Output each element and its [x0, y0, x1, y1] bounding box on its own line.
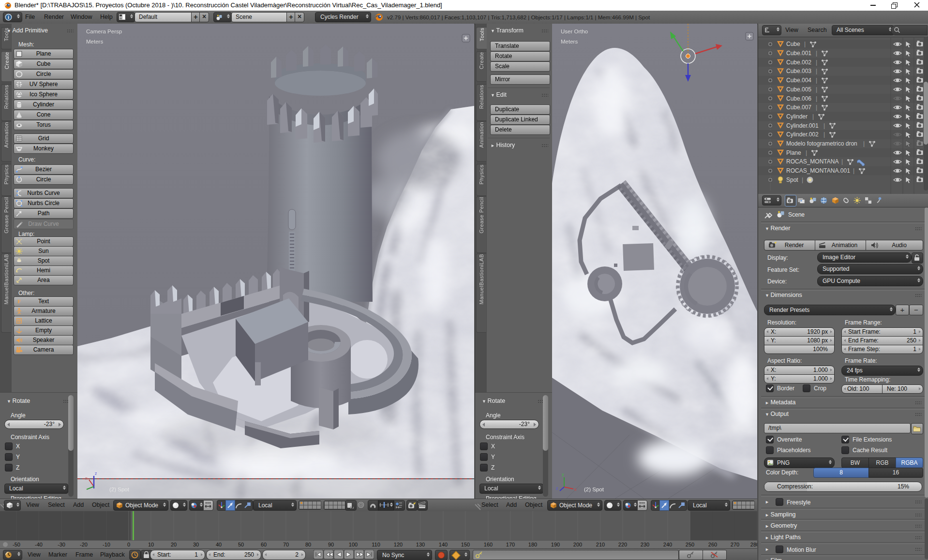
svg-text:i: i [8, 15, 9, 20]
svg-text:Cylinder: Cylinder [786, 113, 808, 120]
svg-text:20: 20 [171, 542, 177, 547]
svg-text:200: 200 [573, 542, 582, 547]
svg-text:z: z [556, 486, 558, 491]
svg-text:|: | [804, 41, 806, 47]
svg-text:260: 260 [708, 542, 717, 547]
svg-text:210: 210 [596, 542, 605, 547]
svg-text:|: | [863, 140, 865, 147]
svg-text:-40: -40 [35, 542, 43, 547]
svg-text:|: | [816, 50, 817, 57]
svg-text:x: x [574, 487, 577, 492]
svg-text:Cube.007: Cube.007 [786, 104, 811, 111]
svg-text:270: 270 [731, 542, 739, 547]
svg-text:|: | [812, 113, 814, 120]
svg-text:|: | [816, 59, 817, 66]
svg-text:(2) Spot: (2) Spot [584, 486, 604, 492]
svg-text:170: 170 [506, 542, 515, 547]
svg-text:Cube.004: Cube.004 [786, 77, 811, 84]
svg-text:-30: -30 [58, 542, 65, 547]
svg-text:Camera Persp: Camera Persp [86, 29, 122, 34]
svg-text:User Ortho: User Ortho [561, 29, 588, 34]
svg-text:ROCAS_MONTANA.001: ROCAS_MONTANA.001 [786, 167, 850, 174]
svg-text:|: | [802, 177, 803, 183]
svg-text:120: 120 [394, 542, 403, 547]
svg-text:Cube.003: Cube.003 [786, 68, 811, 74]
svg-text:70: 70 [283, 542, 289, 547]
svg-text:220: 220 [618, 542, 627, 547]
svg-text:Cylinder.002: Cylinder.002 [786, 131, 819, 138]
svg-text:140: 140 [439, 542, 448, 547]
svg-text:90: 90 [328, 542, 334, 547]
svg-text:Cube.001: Cube.001 [786, 50, 811, 57]
svg-text:250: 250 [686, 542, 694, 547]
svg-text:(2) Spot: (2) Spot [109, 486, 130, 492]
svg-text:130: 130 [416, 542, 425, 547]
svg-text:|: | [841, 158, 843, 165]
svg-text:Meters: Meters [561, 39, 578, 44]
svg-text:60: 60 [261, 542, 267, 547]
svg-text:|: | [816, 68, 817, 74]
svg-text:Cube.002: Cube.002 [786, 59, 811, 66]
svg-text:190: 190 [551, 542, 560, 547]
svg-text:|: | [816, 104, 817, 111]
svg-text:ROCAS_MONTANA: ROCAS_MONTANA [786, 158, 838, 165]
svg-text:|: | [853, 167, 854, 174]
svg-text:Spot: Spot [786, 177, 798, 183]
svg-text:240: 240 [663, 542, 672, 547]
svg-text:z: z [95, 471, 97, 476]
svg-text:150: 150 [461, 542, 470, 547]
svg-text:-50: -50 [13, 542, 20, 547]
svg-text:230: 230 [641, 542, 649, 547]
svg-text:110: 110 [372, 542, 380, 547]
svg-text:180: 180 [528, 542, 537, 547]
svg-text:Plane: Plane [786, 149, 801, 156]
svg-text:Cylinder.001: Cylinder.001 [786, 122, 819, 129]
svg-text:|: | [816, 77, 817, 84]
svg-text:50: 50 [238, 542, 244, 547]
svg-text:40: 40 [216, 542, 222, 547]
svg-text:|: | [823, 122, 825, 129]
svg-text:160: 160 [484, 542, 493, 547]
svg-text:Modelo fotogrametrico dron: Modelo fotogrametrico dron [786, 140, 857, 147]
svg-text:30: 30 [193, 542, 199, 547]
svg-text:Meters: Meters [86, 39, 103, 44]
svg-text:|: | [823, 131, 825, 138]
svg-text:Cube: Cube [786, 41, 800, 47]
svg-text:Cube.006: Cube.006 [786, 95, 811, 102]
svg-text:80: 80 [305, 542, 311, 547]
svg-text:10: 10 [148, 542, 154, 547]
svg-text:-10: -10 [103, 542, 110, 547]
svg-text:0: 0 [127, 542, 130, 547]
svg-text:100: 100 [349, 542, 358, 547]
svg-text:|: | [806, 149, 807, 156]
svg-text:Cube.005: Cube.005 [786, 86, 811, 93]
svg-text:x: x [85, 476, 88, 481]
svg-text:-20: -20 [80, 542, 88, 547]
svg-text:280: 280 [750, 542, 757, 547]
svg-text:|: | [816, 95, 817, 102]
svg-text:y: y [562, 472, 564, 477]
svg-text:|: | [816, 86, 817, 93]
